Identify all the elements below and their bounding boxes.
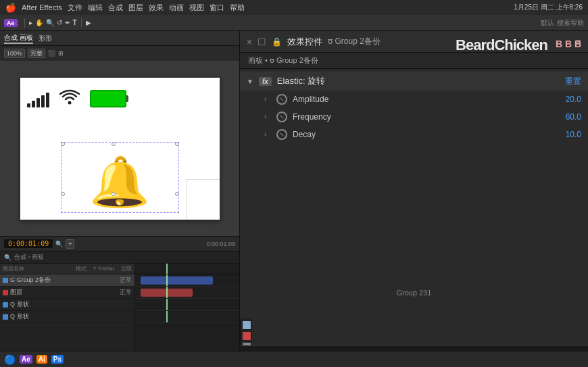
effect-close-icon[interactable]: × — [247, 36, 252, 47]
tl-breadcrumb-search[interactable]: 🔍 — [4, 254, 11, 261]
playhead-2 — [166, 287, 168, 298]
panel-tabs: 合成 画板 形形 — [0, 31, 239, 46]
toolbar-preview[interactable]: ▶ — [86, 19, 91, 26]
menu-animate[interactable]: 动画 — [169, 3, 184, 13]
bar1 — [27, 103, 30, 107]
apple-icon[interactable]: 🍎 — [5, 3, 16, 13]
page-fold — [186, 179, 220, 220]
layer-row-4[interactable]: Q 形状 — [0, 311, 134, 323]
effect-panel-title: 效果控件 — [287, 36, 322, 48]
quality-select[interactable]: 完整 — [28, 49, 45, 58]
toolbar-sep1 — [24, 18, 25, 28]
layer-name-4: Q 形状 — [10, 312, 29, 321]
param-value-2[interactable]: 10.0 — [558, 130, 581, 139]
timeline-content: 图层名称 模式 T TrkMat 父级 G Group 2备份 正常 图层 正常 — [0, 264, 239, 351]
main-layout: 合成 画板 形形 100% 完整 ⬛ ⊞ — [0, 31, 588, 351]
tab-composition[interactable]: 合成 画板 — [4, 33, 33, 44]
layer-row-3[interactable]: Q 形状 — [0, 299, 134, 311]
section-expand-arrow[interactable]: ▼ — [247, 78, 253, 85]
param-expand-2[interactable]: › — [264, 130, 271, 138]
param-name-0: Amplitude — [293, 95, 552, 104]
tl-timecode-display[interactable]: 0:00:01:09 — [4, 239, 53, 248]
menu-layer[interactable]: 图层 — [128, 3, 143, 13]
dock-ai[interactable]: Ai — [36, 355, 47, 364]
toolbar-tool-hand[interactable]: ✋ — [35, 19, 43, 26]
playhead-4 — [166, 311, 168, 322]
col-mode: 模式 — [76, 265, 87, 272]
col-name: 图层名称 — [3, 265, 24, 272]
layer-color-2 — [3, 290, 8, 295]
layer-mode-1: 正常 — [120, 276, 132, 285]
menu-compose[interactable]: 合成 — [108, 3, 123, 13]
param-value-1[interactable]: 60.0 — [558, 112, 581, 122]
param-frequency: › Frequency 60.0 — [240, 108, 588, 126]
swatch-red — [243, 332, 251, 340]
app-name[interactable]: After Effects — [22, 3, 62, 11]
playhead-3 — [166, 299, 168, 310]
group231-label: Group 231 — [397, 289, 432, 297]
mac-topbar: 🍎 After Effects 文件 编辑 合成 图层 效果 动画 视图 窗口 … — [0, 0, 588, 15]
param-ring-0[interactable] — [276, 94, 287, 105]
effect-section-header[interactable]: ▼ fx Elastic: 旋转 重置 — [240, 72, 588, 91]
dock-ps[interactable]: Ps — [51, 355, 64, 364]
zoom-select[interactable]: 100% — [4, 49, 25, 58]
toolbar-tool-text[interactable]: T — [73, 19, 77, 26]
param-expand-0[interactable]: › — [264, 95, 271, 103]
dock-finder[interactable]: 🔵 — [4, 354, 16, 365]
track-row-4 — [135, 311, 239, 323]
effect-checkbox[interactable]: ☐ — [258, 36, 266, 47]
menu-file[interactable]: 文件 — [68, 3, 82, 13]
canvas-toggle[interactable]: ⬛ — [48, 50, 55, 57]
mac-topbar-right: 1月25日 周二 上午8:26 — [514, 3, 583, 12]
track-row-2 — [135, 287, 239, 299]
bell-emoji: 🔔 — [89, 157, 150, 206]
toolbar-tool-select[interactable]: ▸ — [29, 19, 32, 26]
tl-frame: 0:00:01:09 — [206, 241, 235, 247]
layer-row-1[interactable]: G Group 2备份 正常 — [0, 274, 134, 287]
sel-dot-bm — [112, 192, 116, 196]
menu-edit[interactable]: 编辑 — [88, 3, 103, 13]
menu-help[interactable]: 帮助 — [230, 3, 245, 13]
param-decay: › Decay 10.0 — [240, 126, 588, 143]
effect-name: Elastic: 旋转 — [277, 75, 560, 87]
menu-window[interactable]: 窗口 — [210, 3, 224, 13]
param-ring-2[interactable] — [276, 129, 287, 140]
sel-dot-bl — [61, 192, 65, 196]
sel-dot-br — [175, 192, 179, 196]
timeline-breadcrumb: 🔍 合成 › 画板 — [0, 251, 239, 264]
layer-row-2[interactable]: 图层 正常 — [0, 287, 134, 299]
time-ruler — [135, 264, 239, 274]
canvas-toolbar: 100% 完整 ⬛ ⊞ — [0, 46, 239, 61]
param-value-0[interactable]: 20.0 — [558, 95, 581, 104]
layer-mode-2: 正常 — [120, 288, 132, 297]
canvas-area: 100% 完整 ⬛ ⊞ — [0, 46, 239, 236]
dock-ae[interactable]: Ae — [20, 355, 32, 364]
panel-bottom-connector — [240, 345, 588, 351]
toolbar-sep2 — [81, 18, 82, 28]
menu-effects[interactable]: 效果 — [149, 3, 164, 13]
timeline-layers: 图层名称 模式 T TrkMat 父级 G Group 2备份 正常 图层 正常 — [0, 264, 135, 351]
canvas-grid[interactable]: ⊞ — [58, 50, 64, 57]
param-ring-1[interactable] — [276, 112, 287, 122]
reset-button[interactable]: 重置 — [565, 76, 581, 87]
param-expand-1[interactable]: › — [264, 113, 271, 120]
datetime: 1月25日 周二 上午8:26 — [514, 3, 583, 12]
param-name-1: Frequency — [293, 112, 552, 122]
tab-shape[interactable]: 形形 — [39, 34, 52, 43]
timeline-tracks — [135, 264, 239, 351]
swatch-blue — [243, 321, 251, 329]
bar3 — [36, 98, 40, 107]
canvas-icons-row — [27, 88, 126, 110]
toolbar-tool-zoom[interactable]: 🔍 — [46, 19, 54, 26]
tl-btn-new[interactable]: + — [66, 239, 74, 249]
svg-point-0 — [68, 101, 71, 104]
watermark-text: BeardChicken — [456, 36, 547, 54]
col-trkmat: T TrkMat — [93, 266, 114, 272]
menu-view[interactable]: 视图 — [189, 3, 204, 13]
col-parent: 父级 — [121, 265, 132, 272]
sel-dot-tl — [61, 142, 65, 146]
effect-lock-icon[interactable]: 🔒 — [272, 37, 282, 47]
toolbar-tool-rotate[interactable]: ↺ — [57, 19, 62, 26]
toolbar-tool-pen[interactable]: ✒ — [65, 19, 70, 26]
layer-color-4 — [3, 314, 8, 320]
